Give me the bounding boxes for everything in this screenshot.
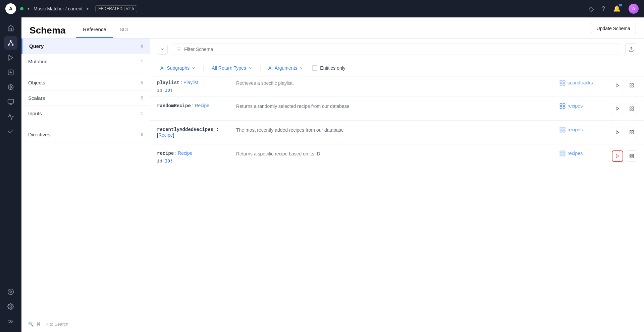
playlist-fields-button[interactable] [626, 80, 637, 91]
left-panel-divider-1 [21, 72, 150, 72]
export-button[interactable] [625, 43, 637, 55]
svg-rect-28 [630, 84, 631, 85]
subgraph-icon [559, 80, 566, 86]
left-panel-item-directives[interactable]: Directives 6 [21, 127, 150, 142]
update-schema-button[interactable]: Update Schema [591, 23, 636, 34]
schema-item-randomrecipe-name: randomRecipe : Recipe [157, 103, 231, 109]
randomrecipe-subgraph[interactable]: recipes [559, 103, 606, 109]
content-area: Schema Reference SDL Update Schema Query… [21, 17, 644, 332]
user-avatar[interactable]: A [629, 4, 639, 14]
left-panel-item-mutation[interactable]: Mutation 1 [21, 54, 150, 69]
sidebar-item-launches[interactable] [4, 125, 17, 138]
recentlyaddedrecipes-description: The most recently added recipes from our… [236, 127, 554, 134]
sidebar-item-deploy[interactable] [4, 285, 17, 298]
tab-sdl[interactable]: SDL [113, 24, 136, 38]
recipe-run-button[interactable] [612, 150, 623, 162]
left-panel-label-inputs: Inputs [28, 111, 42, 116]
svg-rect-46 [630, 131, 631, 132]
sidebar-item-expand[interactable]: ≫ [4, 315, 17, 328]
recipe-subgraph[interactable]: recipes [559, 150, 606, 156]
all-return-types-dropdown[interactable]: All Return Types [208, 63, 255, 73]
entities-only-filter[interactable]: Entities only [312, 65, 345, 71]
left-panel-item-query[interactable]: Query 6 [21, 39, 150, 54]
recentlyaddedrecipes-fields-button[interactable] [626, 127, 637, 138]
recipe-type-link[interactable]: Recipe [178, 150, 193, 156]
recentlyaddedrecipes-run-button[interactable] [612, 127, 623, 138]
run-icon-rr [615, 106, 620, 111]
help-icon[interactable]: ? [602, 5, 605, 12]
sidebar-item-schema[interactable] [4, 36, 17, 50]
svg-rect-52 [560, 154, 562, 156]
schema-item-recipe: recipe : Recipe id ID! Returns a specifi… [150, 144, 644, 170]
collapse-button[interactable] [157, 44, 168, 55]
filter-schema-input[interactable] [184, 47, 617, 52]
top-nav: A ▾ Music Matcher / current ▾ FEDERATED … [0, 0, 644, 17]
svg-rect-33 [563, 104, 565, 106]
recipe-fields-button[interactable] [626, 150, 637, 162]
recentlyaddedrecipes-subgraph-name: recipes [568, 127, 583, 132]
svg-rect-31 [630, 86, 631, 87]
sidebar-item-settings[interactable] [4, 300, 17, 313]
sidebar-item-home[interactable] [4, 21, 17, 35]
randomrecipe-actions [612, 103, 637, 114]
all-arguments-dropdown[interactable]: All Arguments [265, 63, 307, 73]
randomrecipe-fields-button[interactable] [626, 103, 637, 114]
entities-only-checkbox[interactable] [312, 65, 317, 71]
svg-line-3 [9, 42, 11, 44]
sidebar-item-operations[interactable] [4, 66, 17, 79]
schema-item-recentlyaddedrecipes-name: recentlyAddedRecipes : [Recipe] [157, 127, 231, 138]
recentlyaddedrecipes-subgraph[interactable]: recipes [559, 127, 606, 133]
all-return-types-label: All Return Types [212, 65, 246, 71]
explorer-icon[interactable]: ◇ [589, 5, 594, 13]
left-panel-search[interactable]: 🔍 ⌘ + K to Search [21, 316, 150, 332]
svg-rect-32 [560, 104, 562, 106]
run-icon [615, 83, 620, 88]
filter-search-box[interactable] [172, 44, 621, 55]
sidebar-item-checks[interactable] [4, 110, 17, 123]
recentlyaddedrecipes-type-link[interactable]: Recipe [158, 132, 173, 138]
fields-icon [629, 83, 634, 88]
run-icon-r [615, 154, 620, 158]
arguments-chevron-icon [299, 66, 303, 70]
svg-rect-48 [632, 133, 633, 134]
svg-rect-50 [560, 151, 562, 153]
svg-rect-30 [632, 86, 633, 87]
left-panel-item-objects[interactable]: Objects 5 [21, 75, 150, 90]
randomrecipe-run-button[interactable] [612, 103, 623, 114]
playlist-subgraph[interactable]: soundtracks [559, 80, 606, 86]
page-header: Schema Reference SDL Update Schema [21, 17, 644, 39]
randomrecipe-type-link[interactable]: Recipe [195, 103, 210, 108]
schema-item-playlist: playlist : Playlist id ID! Retrieves a s… [150, 76, 644, 97]
nav-chevron-icon[interactable]: ▾ [28, 6, 30, 11]
playlist-type-link[interactable]: Playlist [183, 80, 198, 85]
separator-1: | [203, 65, 204, 71]
notification-icon[interactable]: 🔔 [613, 5, 621, 12]
rocket-icon [7, 288, 14, 295]
playlist-actions [612, 80, 637, 91]
schema-icon [7, 40, 14, 46]
app-logo[interactable]: A [5, 3, 16, 14]
left-panel-label-objects: Objects [28, 80, 45, 85]
left-panel-count-objects: 5 [141, 80, 143, 85]
left-panel-item-inputs[interactable]: Inputs 1 [21, 106, 150, 121]
play-icon [7, 54, 14, 61]
left-panel-label-scalars: Scalars [28, 95, 45, 101]
sidebar-item-clients[interactable] [4, 95, 17, 109]
left-panel-item-scalars[interactable]: Scalars 5 [21, 90, 150, 106]
svg-rect-41 [560, 127, 562, 129]
subgraph-icon-rr [559, 103, 566, 109]
breadcrumb-chevron-icon[interactable]: ▾ [87, 6, 89, 11]
fields-icon-r [629, 154, 634, 158]
left-panel-count-inputs: 1 [141, 111, 143, 116]
svg-rect-44 [563, 130, 565, 132]
svg-rect-49 [630, 133, 631, 134]
svg-rect-38 [632, 107, 633, 108]
svg-rect-47 [632, 131, 633, 132]
settings-icon [7, 303, 14, 310]
body-layout: Query 6 Mutation 1 Objects 5 Scalars 5 [21, 39, 644, 332]
tab-reference[interactable]: Reference [76, 24, 113, 38]
sidebar-item-explorer[interactable] [4, 51, 17, 64]
sidebar-item-subgraphs[interactable] [4, 80, 17, 94]
playlist-run-button[interactable] [612, 80, 623, 91]
all-subgraphs-dropdown[interactable]: All Subgraphs [157, 63, 199, 73]
